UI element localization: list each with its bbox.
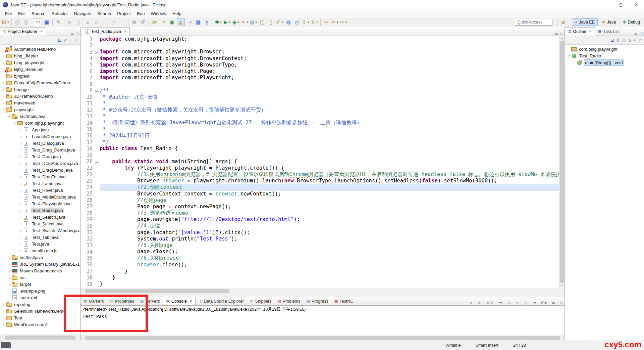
tab-test-radio-java[interactable]: Test_Radio.java ✕ — [82, 27, 130, 36]
explorer-item-bjhg-playwright[interactable]: ›bjhg_playwright — [0, 59, 80, 66]
minimize-view-icon[interactable]: ▭ — [634, 32, 637, 36]
tab-task-list[interactable]: ▦Task List — [595, 27, 623, 36]
forward-button[interactable]: ⇨▼ — [340, 18, 348, 26]
tab-snippets[interactable]: ▤Snippets — [247, 297, 274, 305]
launch-server-button[interactable]: ↗ — [159, 18, 167, 26]
collapsed-arrow-icon[interactable]: › — [7, 255, 12, 260]
explorer-item-com-bjhg-playwright[interactable]: ›com.bjhg.playwright — [0, 120, 80, 126]
collapsed-arrow-icon[interactable]: › — [19, 174, 23, 179]
menu-file[interactable]: File — [2, 10, 15, 17]
code-line-19[interactable]: 19 — [80, 152, 559, 158]
explorer-item-test-select-java[interactable]: ›Test_Select.java — [0, 220, 80, 227]
restart-button[interactable]: ↺ — [139, 18, 147, 26]
scroll-lock-icon[interactable]: ⇩ — [507, 300, 511, 305]
expanded-arrow-icon[interactable]: › — [567, 54, 572, 58]
code-line-11[interactable]: 11 * — [80, 100, 559, 107]
collapsed-arrow-icon[interactable]: › — [19, 127, 23, 132]
close-icon[interactable]: ✕ — [589, 30, 592, 33]
skip-all-breakpoints-button[interactable]: ⊘ — [130, 18, 138, 26]
explorer-item-test-frame-java[interactable]: ›Test_frame.java — [0, 180, 80, 187]
tab-data-source-explorer[interactable]: ◫Data Source Explorer — [196, 297, 247, 305]
debug-button[interactable]: ✱▼ — [215, 18, 223, 26]
code-line-7[interactable]: 7import com.microsoft.playwright.Playwri… — [80, 75, 559, 81]
scrollbar-thumb[interactable] — [5, 336, 75, 340]
new-server-dropdown-icon[interactable]: ▼ — [246, 21, 249, 24]
explorer-item-test-playwright-java[interactable]: ›Test_Playwright.java — [0, 200, 80, 207]
collapsed-arrow-icon[interactable]: › — [2, 80, 6, 85]
export-button[interactable]: ⇧▼ — [311, 18, 319, 26]
explorer-item-test-radio-java[interactable]: ›Test_Radio.java — [0, 207, 80, 214]
collapsed-arrow-icon[interactable]: › — [19, 215, 23, 220]
explorer-item-copy-of-vipframeworkdemo[interactable]: ›Copy of VipFrameworkDemo — [0, 79, 80, 86]
collapsed-arrow-icon[interactable]: › — [19, 248, 23, 253]
explorer-item-jdframeworkdemo[interactable]: ›JDFrameworkDemo — [0, 93, 80, 99]
highlight-tool-button[interactable]: ◭ — [177, 18, 185, 26]
explorer-item-test-dragdemo-java[interactable]: ›Test_DragDemo.java — [0, 167, 80, 173]
code-line-21[interactable]: 21 try (Playwright playwright = Playwrig… — [80, 165, 559, 171]
collapse-minus-icon[interactable]: − — [95, 90, 99, 93]
explorer-item-test-dialog-java[interactable]: ›Test_Dialog.java — [0, 140, 80, 146]
run-dropdown-icon[interactable]: ▼ — [228, 21, 231, 24]
collapse-all-icon[interactable]: ⊟ — [610, 38, 614, 43]
mark-occurrences-dropdown-icon[interactable]: ▼ — [281, 21, 283, 24]
collapse-minus-icon[interactable]: − — [95, 161, 99, 164]
show-whitespace-button[interactable]: ¶ — [203, 18, 211, 26]
export-dropdown-icon[interactable]: ▼ — [316, 21, 318, 24]
collapsed-arrow-icon[interactable]: › — [19, 188, 23, 193]
code-line-13[interactable]: 13 * — [80, 113, 559, 120]
maximize-view-icon[interactable]: ▢ — [76, 32, 79, 36]
explorer-item-test-search-java[interactable]: ›Test_Search.java — [0, 214, 80, 220]
explorer-item-example-png[interactable]: example.png — [0, 288, 80, 294]
collapsed-arrow-icon[interactable]: › — [7, 262, 12, 267]
code-line-23[interactable]: 23 Browser browser = playwright.chromium… — [80, 178, 559, 184]
collapsed-arrow-icon[interactable]: › — [7, 282, 12, 287]
collapsed-arrow-icon[interactable]: › — [19, 208, 23, 213]
collapsed-arrow-icon[interactable]: › — [2, 315, 6, 320]
profile-server-button[interactable]: ◉ — [168, 18, 176, 26]
console-output[interactable]: Test Pass — [80, 313, 565, 335]
show-table-view-button[interactable]: ▦ — [194, 18, 202, 26]
editor-vertical-scrollbar[interactable]: ▲ ▼ — [559, 36, 565, 288]
web-service-button[interactable]: ◎▼ — [250, 18, 258, 26]
close-icon[interactable]: ✕ — [40, 30, 43, 33]
panel-sash[interactable] — [80, 293, 565, 297]
collapsed-arrow-icon[interactable]: › — [19, 242, 23, 247]
scroll-left-icon[interactable]: ‹ — [80, 289, 85, 293]
tab-problems[interactable]: ▧Problems — [274, 297, 303, 305]
code-line-8[interactable]: 8 — [80, 81, 559, 87]
code-line-4[interactable]: 4import com.microsoft.playwright.Browser… — [80, 55, 559, 62]
minimize-view-icon[interactable]: ▭ — [70, 32, 73, 36]
debug-dropdown-icon[interactable]: ▼ — [220, 21, 222, 24]
remove-all-terminated-icon[interactable]: ✕✕ — [486, 300, 493, 305]
perspective-debug[interactable]: ✤Debug — [620, 19, 643, 26]
explorer-item-target[interactable]: ›target — [0, 281, 80, 288]
minimize-button[interactable]: — — [598, 0, 613, 9]
menu-run[interactable]: Run — [134, 10, 148, 17]
maximize-view-icon[interactable]: ▢ — [560, 32, 563, 36]
web-service-dropdown-icon[interactable]: ▼ — [255, 21, 258, 24]
collapsed-arrow-icon[interactable]: › — [2, 100, 6, 105]
open-perspective-button[interactable]: ⊕ — [559, 18, 567, 26]
run-button[interactable]: ▶▼ — [223, 18, 231, 26]
collapsed-arrow-icon[interactable]: › — [2, 94, 6, 99]
collapse-minus-icon[interactable]: − — [95, 51, 99, 54]
minimize-view-icon[interactable]: ▭ — [552, 301, 555, 305]
open-web-browser-button[interactable]: ◍ — [284, 18, 292, 26]
clear-console-icon[interactable]: ▭ — [498, 300, 502, 305]
open-console-icon[interactable]: ⊞▾ — [541, 300, 547, 305]
link-with-editor-icon[interactable]: ⇄ — [64, 38, 67, 43]
explorer-item-jre-system-library-javase-1[interactable]: ›JRE System Library [JavaSE-1. — [0, 261, 80, 267]
tab-console[interactable]: ▣Console✕ — [163, 297, 196, 305]
code-line-25[interactable]: 25 BrowserContext context = browser.newC… — [80, 191, 559, 197]
explorer-item-test-drag-java[interactable]: ›Test_Drag.java — [0, 153, 80, 160]
clipboard-button[interactable]: ▯ — [267, 18, 275, 26]
tab-project-explorer[interactable]: ⧉ Project Explorer ✕ — [0, 27, 46, 36]
code-line-3[interactable]: 3−import com.microsoft.playwright.Browse… — [80, 49, 559, 55]
outline-item-main-string-void[interactable]: main(String[]) : void — [565, 59, 644, 66]
annotate-button[interactable]: ✎ — [54, 18, 62, 26]
explorer-horizontal-scrollbar[interactable]: ‹ › — [0, 335, 80, 340]
tab-testng[interactable]: ▩TestNG — [331, 297, 357, 305]
code-editor[interactable]: 1package com.bjhg.playwright;23−import c… — [80, 36, 565, 288]
explorer-item-test-dragto-java[interactable]: ›Test_DragTo.java — [0, 173, 80, 180]
explorer-item-bjhg-selenium[interactable]: ›Bjhg_Selenium — [0, 66, 80, 73]
